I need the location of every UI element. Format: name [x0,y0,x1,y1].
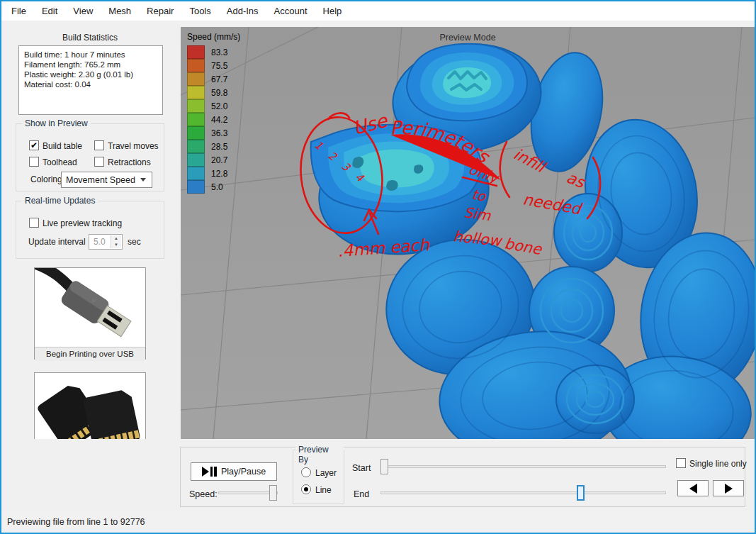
update-interval-unit: sec [128,237,141,247]
menubar: File Edit View Mesh Repair Tools Add-Ins… [1,1,755,21]
legend-row: 36.3 [187,126,240,140]
play-pause-icon [202,467,217,477]
legend-swatch [187,180,205,194]
line-radio[interactable] [301,484,311,494]
statusbar: Previewing file from line 1 to 92776 [1,511,755,533]
legend-swatch [187,59,205,72]
play-pause-button[interactable]: Play/Pause [191,462,277,481]
legend-row: 67.7 [187,72,240,86]
layer-radio[interactable] [301,467,311,477]
travel-moves-label: Travel moves [108,141,159,151]
line-radio-label: Line [315,485,332,495]
update-interval-spinner[interactable]: 5.0 ▲▼ [89,234,123,250]
begin-printing-usb-button[interactable]: ⑂ Begin Printing over USB [34,267,146,360]
coloring-label: Coloring [30,174,62,184]
material-cost: Material cost: 0.04 [24,79,157,89]
coloring-value: Movement Speed [66,175,135,185]
legend-row: 5.0 [187,180,240,194]
printed-model [313,35,755,439]
speed-slider[interactable] [218,485,278,501]
coloring-dropdown[interactable]: Movement Speed [61,172,152,188]
status-text: Previewing file from line 1 to 92776 [7,517,145,527]
retractions-checkbox[interactable] [94,157,104,167]
start-slider[interactable] [380,459,666,474]
menu-mesh[interactable]: Mesh [101,2,139,20]
realtime-updates-group: Real-time Updates Live preview tracking … [16,201,164,259]
right-arrow-icon [725,484,733,494]
preview-by-title: Preview By [295,445,344,465]
live-preview-checkbox[interactable] [29,218,39,228]
step-forward-button[interactable] [713,480,744,496]
menu-addins[interactable]: Add-Ins [219,2,266,20]
legend-swatch [187,45,205,59]
toolhead-label: Toolhead [43,157,77,167]
usb-button-label: Begin Printing over USB [35,347,145,361]
show-in-preview-title: Show in Preview [22,118,91,128]
plastic-weight: Plastic weight: 2.30 g (0.01 lb) [24,69,157,79]
build-statistics-title: Build Statistics [9,33,171,43]
usb-plug-image: ⑂ [35,268,145,345]
speed-label: Speed: [189,489,218,499]
legend-row: 59.8 [187,86,240,99]
single-line-label: Single line only [689,459,747,469]
update-interval-value: 5.0 [94,237,106,247]
legend-row: 75.5 [187,59,240,72]
end-label: End [354,489,369,499]
controls-box: Play/Pause Speed: Preview By Layer Line … [180,447,745,507]
legend-row: 20.7 [187,153,240,167]
build-time: Build time: 1 hour 7 minutes [24,50,157,60]
legend-swatch [187,126,205,140]
layer-radio-label: Layer [315,468,337,478]
playback-controls: Play/Pause Speed: Preview By Layer Line … [1,439,755,514]
realtime-updates-title: Real-time Updates [22,196,98,206]
annotation-as: as [564,168,588,191]
build-table-checkbox[interactable]: ✔ [29,140,39,150]
legend-swatch [187,167,205,180]
legend-swatch [187,86,205,99]
chevron-down-icon [140,178,146,182]
start-slider-track[interactable] [380,465,666,468]
legend-row: 44.2 [187,113,240,126]
step-back-button[interactable] [677,480,709,496]
preview-by-group: Preview By Layer Line [293,450,344,504]
start-slider-thumb[interactable] [380,459,388,474]
sidebar: Build Statistics Build time: 1 hour 7 mi… [1,21,179,511]
build-table-label: Build table [43,141,82,151]
filament-length: Filament length: 765.2 mm [24,60,157,69]
update-interval-label: Update interval [28,237,86,247]
live-preview-label: Live preview tracking [43,218,122,228]
single-line-checkbox[interactable] [676,458,686,468]
legend-swatch [187,99,205,113]
travel-moves-checkbox[interactable] [94,140,104,150]
legend-swatch [187,113,205,126]
legend-row: 12.8 [187,167,240,180]
menu-repair[interactable]: Repair [139,2,181,20]
preview-3d-viewport[interactable]: 1 2 3 4 Use Perimeters only to Sim hollo… [181,27,755,439]
preview-mode-label: Preview Mode [181,33,755,43]
left-arrow-icon [689,484,697,494]
spinner-arrows-icon[interactable]: ▲▼ [111,235,121,248]
end-slider[interactable] [380,485,666,501]
legend-swatch [187,140,205,153]
menu-help[interactable]: Help [315,2,350,20]
speed-legend: Speed (mm/s) 83.3 75.5 67.7 59.8 52.0 44… [187,32,240,194]
menu-view[interactable]: View [65,2,101,20]
show-in-preview-group: Show in Preview ✔ Build table Travel mov… [16,123,164,191]
end-slider-track[interactable] [380,491,666,494]
top-vertebra-face [407,44,527,121]
menu-account[interactable]: Account [266,2,315,20]
build-statistics-box: Build time: 1 hour 7 minutes Filament le… [18,45,163,115]
legend-row: 52.0 [187,99,240,113]
menu-edit[interactable]: Edit [34,2,65,20]
toolpath-scene: 1 2 3 4 Use Perimeters only to Sim hollo… [181,27,755,439]
menu-tools[interactable]: Tools [181,2,218,20]
annotation-needed: needed [521,190,585,218]
end-slider-thumb[interactable] [577,485,585,501]
legend-swatch [187,153,205,167]
speed-slider-thumb[interactable] [269,485,277,501]
app-window: File Edit View Mesh Repair Tools Add-Ins… [0,0,756,534]
start-label: Start [352,463,371,473]
legend-row: 83.3 [187,45,240,59]
menu-file[interactable]: File [4,2,34,20]
toolhead-checkbox[interactable] [29,157,39,167]
